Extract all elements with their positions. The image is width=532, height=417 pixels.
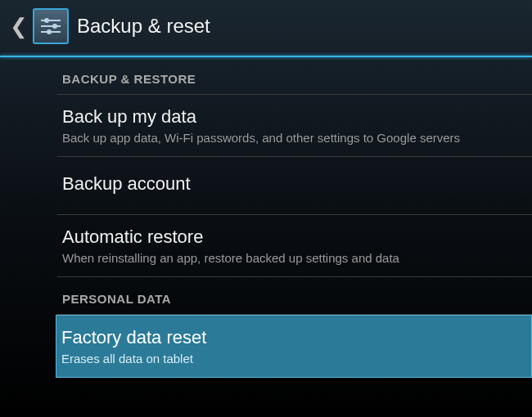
section-header-backup-restore: BACKUP & RESTORE [57, 57, 532, 95]
item-subtitle: Back up app data, Wi-Fi passwords, and o… [62, 131, 524, 145]
section-header-personal-data: PERSONAL DATA [57, 277, 532, 315]
item-subtitle: When reinstalling an app, restore backed… [62, 251, 524, 265]
item-title: Backup account [62, 173, 524, 195]
item-backup-account[interactable]: Backup account [57, 157, 532, 215]
item-backup-my-data[interactable]: Back up my data Back up app data, Wi-Fi … [57, 95, 532, 157]
item-title: Back up my data [62, 106, 524, 128]
svg-point-1 [44, 18, 49, 23]
item-title: Automatic restore [62, 226, 524, 248]
item-subtitle: Erases all data on tablet [61, 352, 523, 365]
content-area: BACKUP & RESTORE Back up my data Back up… [0, 57, 532, 378]
item-automatic-restore[interactable]: Automatic restore When reinstalling an a… [57, 215, 532, 277]
svg-point-3 [52, 24, 57, 29]
item-title: Factory data reset [61, 327, 523, 348]
page-title: Backup & reset [77, 15, 210, 38]
item-factory-data-reset[interactable]: Factory data reset Erases all data on ta… [56, 315, 532, 378]
action-bar: ❮ Backup & reset [0, 0, 532, 52]
back-icon[interactable]: ❮ [7, 14, 31, 39]
settings-sliders-icon[interactable] [33, 8, 69, 44]
svg-point-5 [47, 29, 52, 34]
